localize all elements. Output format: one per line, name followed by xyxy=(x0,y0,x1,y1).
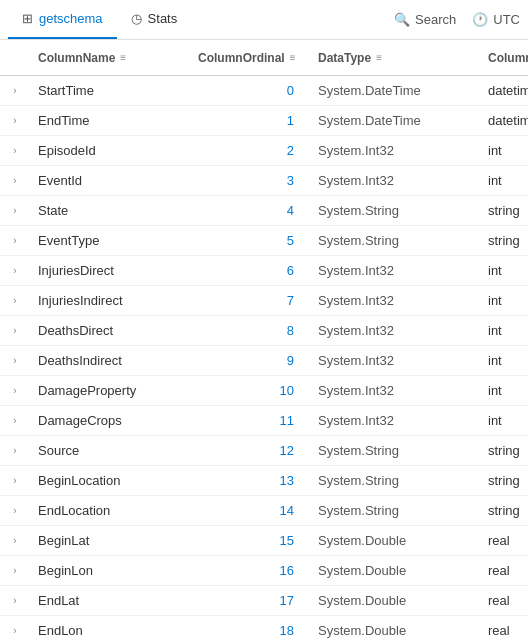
cell-datatype-13: System.String xyxy=(310,473,480,488)
row-expand-1[interactable]: › xyxy=(0,106,30,135)
cell-name-0: StartTime xyxy=(30,83,190,98)
cell-datatype-1: System.DateTime xyxy=(310,113,480,128)
cell-name-16: BeginLon xyxy=(30,563,190,578)
col-header-name[interactable]: ColumnName ≡ xyxy=(30,51,190,65)
cell-ordinal-7: 7 xyxy=(190,293,310,308)
cell-datatype-18: System.Double xyxy=(310,623,480,638)
table-header: ColumnName ≡ ColumnOrdinal ≡ DataType ≡ … xyxy=(0,40,528,76)
table-row: › DamageProperty 10 System.Int32 int xyxy=(0,376,528,406)
table-row: › BeginLocation 13 System.String string xyxy=(0,466,528,496)
cell-datatype-17: System.Double xyxy=(310,593,480,608)
table-icon: ⊞ xyxy=(22,11,33,26)
row-expand-17[interactable]: › xyxy=(0,586,30,615)
row-expand-7[interactable]: › xyxy=(0,286,30,315)
cell-datatype-4: System.String xyxy=(310,203,480,218)
cell-datatype-7: System.Int32 xyxy=(310,293,480,308)
cell-name-9: DeathsIndirect xyxy=(30,353,190,368)
cell-ordinal-0: 0 xyxy=(190,83,310,98)
col-header-ordinal[interactable]: ColumnOrdinal ≡ xyxy=(190,51,310,65)
row-expand-8[interactable]: › xyxy=(0,316,30,345)
cell-datatype-0: System.DateTime xyxy=(310,83,480,98)
cell-coltype-14: string xyxy=(480,503,528,518)
row-expand-4[interactable]: › xyxy=(0,196,30,225)
cell-name-1: EndTime xyxy=(30,113,190,128)
row-expand-6[interactable]: › xyxy=(0,256,30,285)
cell-ordinal-5: 5 xyxy=(190,233,310,248)
row-expand-18[interactable]: › xyxy=(0,616,30,640)
tab-getschema[interactable]: ⊞ getschema xyxy=(8,0,117,39)
row-expand-12[interactable]: › xyxy=(0,436,30,465)
stats-icon: ◷ xyxy=(131,11,142,26)
cell-coltype-4: string xyxy=(480,203,528,218)
col-header-datatype[interactable]: DataType ≡ xyxy=(310,51,480,65)
cell-ordinal-16: 16 xyxy=(190,563,310,578)
table-row: › DeathsIndirect 9 System.Int32 int xyxy=(0,346,528,376)
cell-ordinal-12: 12 xyxy=(190,443,310,458)
table-row: › EpisodeId 2 System.Int32 int xyxy=(0,136,528,166)
table-row: › InjuriesDirect 6 System.Int32 int xyxy=(0,256,528,286)
row-expand-16[interactable]: › xyxy=(0,556,30,585)
cell-ordinal-6: 6 xyxy=(190,263,310,278)
cell-ordinal-3: 3 xyxy=(190,173,310,188)
row-expand-13[interactable]: › xyxy=(0,466,30,495)
cell-datatype-3: System.Int32 xyxy=(310,173,480,188)
row-expand-9[interactable]: › xyxy=(0,346,30,375)
cell-coltype-13: string xyxy=(480,473,528,488)
cell-coltype-10: int xyxy=(480,383,528,398)
tab-getschema-label: getschema xyxy=(39,11,103,26)
col-header-coltype[interactable]: ColumnType ≡ xyxy=(480,51,528,65)
cell-ordinal-11: 11 xyxy=(190,413,310,428)
cell-name-10: DamageProperty xyxy=(30,383,190,398)
cell-coltype-0: datetime xyxy=(480,83,528,98)
cell-name-12: Source xyxy=(30,443,190,458)
cell-datatype-6: System.Int32 xyxy=(310,263,480,278)
row-expand-14[interactable]: › xyxy=(0,496,30,525)
cell-datatype-10: System.Int32 xyxy=(310,383,480,398)
table-row: › EndLat 17 System.Double real xyxy=(0,586,528,616)
cell-coltype-6: int xyxy=(480,263,528,278)
cell-ordinal-8: 8 xyxy=(190,323,310,338)
tab-stats-label: Stats xyxy=(148,11,178,26)
cell-ordinal-10: 10 xyxy=(190,383,310,398)
row-expand-0[interactable]: › xyxy=(0,76,30,105)
cell-coltype-8: int xyxy=(480,323,528,338)
cell-datatype-11: System.Int32 xyxy=(310,413,480,428)
cell-name-15: BeginLat xyxy=(30,533,190,548)
cell-datatype-9: System.Int32 xyxy=(310,353,480,368)
cell-coltype-7: int xyxy=(480,293,528,308)
utc-label: UTC xyxy=(493,12,520,27)
cell-ordinal-18: 18 xyxy=(190,623,310,638)
cell-datatype-8: System.Int32 xyxy=(310,323,480,338)
search-button[interactable]: 🔍 Search xyxy=(394,12,456,27)
row-expand-2[interactable]: › xyxy=(0,136,30,165)
clock-icon: 🕐 xyxy=(472,12,488,27)
utc-button[interactable]: 🕐 UTC xyxy=(472,12,520,27)
cell-name-6: InjuriesDirect xyxy=(30,263,190,278)
sort-icon-ordinal: ≡ xyxy=(290,52,296,63)
cell-coltype-12: string xyxy=(480,443,528,458)
table-row: › DamageCrops 11 System.Int32 int xyxy=(0,406,528,436)
cell-ordinal-14: 14 xyxy=(190,503,310,518)
cell-name-17: EndLat xyxy=(30,593,190,608)
table-row: › BeginLon 16 System.Double real xyxy=(0,556,528,586)
cell-coltype-1: datetime xyxy=(480,113,528,128)
row-expand-11[interactable]: › xyxy=(0,406,30,435)
cell-coltype-15: real xyxy=(480,533,528,548)
table-row: › DeathsDirect 8 System.Int32 int xyxy=(0,316,528,346)
cell-ordinal-17: 17 xyxy=(190,593,310,608)
sort-icon-datatype: ≡ xyxy=(376,52,382,63)
row-expand-5[interactable]: › xyxy=(0,226,30,255)
table-row: › EndTime 1 System.DateTime datetime xyxy=(0,106,528,136)
cell-coltype-16: real xyxy=(480,563,528,578)
cell-coltype-18: real xyxy=(480,623,528,638)
tab-stats[interactable]: ◷ Stats xyxy=(117,0,192,39)
row-expand-10[interactable]: › xyxy=(0,376,30,405)
nav-right: 🔍 Search 🕐 UTC xyxy=(394,12,520,27)
cell-ordinal-2: 2 xyxy=(190,143,310,158)
cell-name-3: EventId xyxy=(30,173,190,188)
cell-name-5: EventType xyxy=(30,233,190,248)
row-expand-3[interactable]: › xyxy=(0,166,30,195)
table-row: › EventType 5 System.String string xyxy=(0,226,528,256)
row-expand-15[interactable]: › xyxy=(0,526,30,555)
table-row: › StartTime 0 System.DateTime datetime xyxy=(0,76,528,106)
